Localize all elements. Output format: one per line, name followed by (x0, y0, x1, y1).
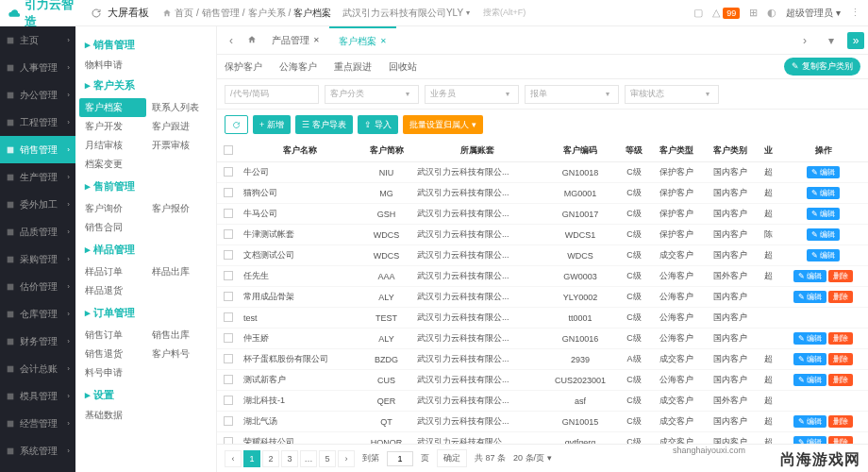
page-confirm-button[interactable]: 确定 (437, 449, 467, 467)
search-field[interactable]: 客户分类▾ (325, 85, 419, 104)
edit-button[interactable]: ✎ 编辑 (793, 332, 826, 345)
sidebar-item-home[interactable]: 主页› (0, 26, 75, 54)
sub-link[interactable]: 销售退货 (79, 345, 146, 363)
page-number[interactable]: 1 (243, 450, 260, 467)
page-next[interactable]: › (338, 450, 355, 467)
sidebar-item-quality[interactable]: 品质管理› (0, 218, 75, 245)
sub-link[interactable]: 客户跟进 (146, 117, 213, 136)
del-button[interactable]: 删除 (828, 270, 853, 282)
row-checkbox[interactable] (224, 167, 233, 177)
del-button[interactable]: 删除 (828, 291, 853, 303)
filter-tab[interactable]: 公海客户 (279, 57, 317, 77)
page-number[interactable]: 5 (319, 450, 336, 467)
sidebar-item-warehouse[interactable]: 仓库管理› (0, 300, 75, 328)
app-logo[interactable]: 引力云智造 (8, 0, 83, 30)
select-all-checkbox[interactable] (224, 145, 233, 155)
sub-link[interactable]: 样品出库 (146, 262, 213, 281)
sub-link[interactable]: 月结审核 (79, 136, 146, 155)
refresh-button[interactable] (225, 115, 248, 134)
sub-link[interactable]: 销售合同 (79, 218, 146, 237)
sidebar-item-acct[interactable]: 会计总账› (0, 355, 75, 382)
page-prev[interactable]: ‹ (225, 450, 242, 467)
refresh-icon[interactable] (91, 8, 102, 19)
row-checkbox[interactable] (224, 312, 233, 322)
edit-button[interactable]: ✎ 编辑 (793, 291, 826, 303)
sub-link[interactable]: 客户询价 (79, 199, 146, 218)
sub-link[interactable]: 档案变更 (79, 155, 146, 174)
sub-link[interactable]: 客户开发 (79, 117, 146, 136)
sub-link[interactable]: 销售订单 (79, 326, 146, 345)
row-checkbox[interactable] (224, 250, 233, 260)
sidebar-item-sales[interactable]: 销售管理› (0, 136, 75, 163)
sub-link[interactable]: 物料申请 (75, 56, 216, 75)
edit-button[interactable]: ✎ 编辑 (807, 208, 840, 220)
batch-owner-button[interactable]: 批量设置归属人 ▾ (403, 115, 483, 134)
del-button[interactable]: 删除 (828, 353, 853, 365)
tab-dropdown[interactable]: ▾ (821, 34, 842, 47)
qr-icon[interactable]: ▢ (693, 7, 703, 19)
sub-link[interactable]: 客户报价 (146, 199, 213, 218)
edit-button[interactable]: ✎ 编辑 (793, 353, 826, 365)
search-field[interactable]: /代号/简码 (225, 85, 319, 104)
sub-link[interactable]: 样品订单 (79, 262, 146, 281)
row-checkbox[interactable] (224, 375, 233, 384)
tab-nav-forward[interactable]: › (794, 34, 815, 47)
contact-export-button[interactable]: ☰ 客户导表 (295, 115, 353, 134)
page-jump-input[interactable] (387, 451, 413, 466)
page-number[interactable]: 3 (281, 450, 298, 467)
collapse-sidebar-button[interactable]: » (847, 32, 864, 49)
tab[interactable]: 产品管理✕ (262, 26, 329, 55)
copy-category-button[interactable]: ✎ 复制客户类别 (784, 58, 860, 76)
sub-link[interactable]: 联系人列表 (146, 98, 213, 117)
del-button[interactable]: 删除 (828, 332, 853, 345)
sub-link[interactable]: 基础数据 (75, 406, 216, 425)
sub-group-title[interactable]: ▸ 销售管理 (75, 34, 216, 56)
sidebar-item-finance[interactable]: 财务管理› (0, 328, 75, 355)
sidebar-item-price[interactable]: 估价管理› (0, 273, 75, 300)
page-number[interactable]: 2 (262, 450, 279, 467)
sub-group-title[interactable]: ▸ 样品管理 (75, 239, 216, 261)
breadcrumb-home[interactable]: 首页 (175, 7, 193, 20)
sidebar-item-eng[interactable]: 工程管理› (0, 109, 75, 136)
sub-group-title[interactable]: ▸ 客户关系 (75, 75, 216, 96)
search-field[interactable]: 审核状态▾ (625, 85, 719, 104)
filter-tab[interactable]: 重点跟进 (334, 57, 372, 77)
edit-button[interactable]: ✎ 编辑 (793, 415, 826, 428)
edit-button[interactable]: ✎ 编辑 (807, 228, 840, 241)
sidebar-item-ops[interactable]: 经营管理› (0, 410, 75, 437)
del-button[interactable]: 删除 (828, 374, 853, 386)
grid-icon[interactable]: ⊞ (749, 7, 758, 19)
sub-group-title[interactable]: ▸ 设置 (75, 384, 216, 406)
sub-link[interactable]: 客户料号 (146, 345, 213, 363)
row-checkbox[interactable] (224, 416, 233, 426)
sidebar-item-system[interactable]: 系统管理› (0, 437, 75, 464)
add-button[interactable]: + 新增 (253, 115, 291, 134)
row-checkbox[interactable] (224, 333, 233, 343)
more-icon[interactable]: ⋮ (850, 7, 860, 19)
sidebar-item-user[interactable]: 人事管理› (0, 54, 75, 81)
sidebar-item-prod[interactable]: 生产管理› (0, 163, 75, 191)
sidebar-item-office[interactable]: 办公管理› (0, 81, 75, 109)
filter-tab[interactable]: 回收站 (389, 57, 417, 77)
breadcrumb-l1[interactable]: 销售管理 (202, 7, 240, 20)
row-checkbox[interactable] (224, 271, 233, 280)
row-checkbox[interactable] (224, 292, 233, 301)
search-field[interactable]: 业务员▾ (425, 85, 519, 104)
edit-button[interactable]: ✎ 编辑 (793, 436, 826, 444)
sidebar-item-purchase[interactable]: 采购管理› (0, 245, 75, 273)
sub-link[interactable]: 料号申请 (79, 363, 146, 382)
row-checkbox[interactable] (224, 229, 233, 239)
big-screen-link[interactable]: 大屏看板 (108, 6, 149, 20)
row-checkbox[interactable] (224, 396, 233, 405)
breadcrumb-l2[interactable]: 客户关系 (248, 7, 286, 20)
cloud-icon-small[interactable]: ◐ (767, 7, 776, 19)
import-button[interactable]: ⇪ 导入 (358, 115, 398, 134)
bell-icon[interactable]: △ 99 (712, 7, 740, 19)
row-checkbox[interactable] (224, 188, 233, 197)
search-field[interactable]: 报单▾ (525, 85, 619, 104)
page-size-select[interactable]: 20 条/页 ▾ (513, 452, 552, 464)
filter-tab[interactable]: 保护客户 (225, 57, 262, 77)
sub-link[interactable]: 客户档案 (79, 98, 146, 117)
tab-nav-back[interactable]: ‹ (221, 34, 242, 47)
page-number[interactable]: … (300, 450, 317, 467)
